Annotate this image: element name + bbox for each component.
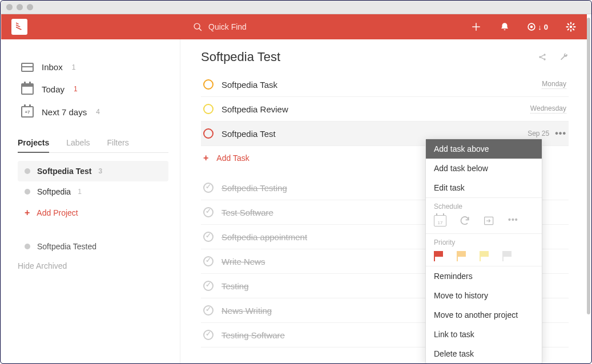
task-checkbox[interactable] xyxy=(203,256,214,266)
menu-priority-label: Priority xyxy=(426,234,542,249)
menu-move-project[interactable]: Move to another project xyxy=(426,305,542,325)
svg-point-0 xyxy=(194,23,200,29)
priority-1-flag[interactable] xyxy=(434,251,444,259)
priority-2-flag[interactable] xyxy=(457,251,467,259)
task-title[interactable]: Softpedia Review xyxy=(222,104,530,114)
filter-today[interactable]: Today 1 xyxy=(18,78,168,100)
project-count: 3 xyxy=(98,167,102,175)
tab-filters[interactable]: Filters xyxy=(107,134,129,152)
sidebar-tabs: Projects Labels Filters xyxy=(18,134,168,153)
task-context-menu: Add task above Add task below Edit task … xyxy=(425,139,542,364)
filter-inbox[interactable]: Inbox 1 xyxy=(18,56,168,78)
task-checkbox[interactable] xyxy=(203,128,214,139)
project-color-dot xyxy=(25,244,30,249)
scrollbar-thumb[interactable] xyxy=(587,18,590,314)
app-logo[interactable] xyxy=(11,19,27,35)
filter-count: 4 xyxy=(96,108,100,116)
tab-projects[interactable]: Projects xyxy=(18,134,49,153)
filter-next7days[interactable]: +7 Next 7 days 4 xyxy=(18,100,168,123)
menu-delete-task[interactable]: Delete task xyxy=(426,344,542,363)
wrench-icon xyxy=(559,52,569,62)
calendar-icon xyxy=(21,83,34,95)
tab-labels[interactable]: Labels xyxy=(66,134,90,152)
task-date[interactable]: Wednesday xyxy=(530,104,566,114)
svg-line-11 xyxy=(541,58,543,59)
hide-archived-button[interactable]: Hide Archived xyxy=(18,257,168,275)
svg-line-1 xyxy=(199,28,202,30)
quick-add-button[interactable] xyxy=(470,21,482,33)
task-checkbox[interactable] xyxy=(203,183,214,193)
svg-point-6 xyxy=(570,26,573,29)
filter-label: Inbox xyxy=(42,62,63,72)
task-checkbox[interactable] xyxy=(203,104,214,114)
task-more-button[interactable]: ••• xyxy=(555,128,566,139)
archived-project[interactable]: Softpedia Tested xyxy=(18,240,168,253)
filter-count: 1 xyxy=(74,85,78,93)
calendar-7-icon: +7 xyxy=(21,106,34,118)
filter-count: 1 xyxy=(72,63,76,71)
sidebar: Inbox 1 Today 1 +7 Next 7 days 4 Project… xyxy=(1,39,180,364)
task-checkbox[interactable] xyxy=(203,207,214,217)
task-title[interactable]: Softpedia Test xyxy=(222,129,527,139)
project-color-dot xyxy=(25,168,30,174)
window-zoom-dot[interactable] xyxy=(27,4,33,10)
topbar: Quick Find ↓ 0 xyxy=(1,14,587,39)
page-title: Softpedia Test xyxy=(201,50,280,64)
plus-icon xyxy=(471,22,481,32)
search-placeholder: Quick Find xyxy=(208,22,247,31)
inbox-icon xyxy=(21,63,34,72)
search-box[interactable]: Quick Find xyxy=(193,22,247,32)
project-item-softpedia[interactable]: Softpedia 1 xyxy=(18,181,168,202)
plus-icon: + xyxy=(203,153,208,163)
window-close-dot[interactable] xyxy=(6,4,13,10)
postpone-icon[interactable] xyxy=(483,215,496,227)
add-task-label: Add Task xyxy=(216,153,249,163)
task-title[interactable]: Softpedia Task xyxy=(222,80,542,90)
task-row[interactable]: Softpedia Task Monday xyxy=(201,72,569,97)
project-label: Softpedia Test xyxy=(37,167,91,176)
task-checkbox[interactable] xyxy=(203,330,214,340)
notifications-button[interactable] xyxy=(499,21,510,33)
window-minimize-dot[interactable] xyxy=(17,4,23,10)
priority-3-flag[interactable] xyxy=(480,251,490,259)
add-project-button[interactable]: + Add Project xyxy=(18,202,168,224)
task-checkbox[interactable] xyxy=(203,79,214,90)
archived-project-label: Softpedia Tested xyxy=(37,242,96,251)
karma-icon xyxy=(527,23,535,31)
menu-link-task[interactable]: Link to task xyxy=(426,325,542,344)
share-icon xyxy=(538,52,547,62)
settings-button[interactable] xyxy=(565,21,577,33)
schedule-date-button[interactable]: 17 xyxy=(434,215,446,227)
menu-move-history[interactable]: Move to history xyxy=(426,286,542,305)
schedule-more-button[interactable]: ••• xyxy=(508,215,518,227)
task-checkbox[interactable] xyxy=(203,281,214,291)
project-count: 1 xyxy=(78,188,82,196)
arrow-down-icon: ↓ xyxy=(538,23,542,31)
project-color-dot xyxy=(25,189,30,195)
project-list: Softpedia Test 3 Softpedia 1 + Add Proje… xyxy=(18,161,168,224)
menu-reminders[interactable]: Reminders xyxy=(426,266,542,286)
project-settings-button[interactable] xyxy=(559,52,569,62)
task-checkbox[interactable] xyxy=(203,305,214,316)
recurring-icon[interactable] xyxy=(459,215,470,227)
menu-schedule-label: Schedule xyxy=(426,198,542,213)
task-date[interactable]: Sep 25 xyxy=(527,130,549,138)
filter-label: Next 7 days xyxy=(42,107,87,117)
task-date[interactable]: Monday xyxy=(542,80,566,89)
bell-icon xyxy=(500,22,510,32)
task-checkbox[interactable] xyxy=(203,232,214,242)
scrollbar[interactable] xyxy=(587,18,590,352)
priority-4-flag[interactable] xyxy=(502,251,513,259)
menu-add-task-below[interactable]: Add task below xyxy=(426,159,542,178)
project-item-softpedia-test[interactable]: Softpedia Test 3 xyxy=(18,161,168,181)
share-button[interactable] xyxy=(538,52,547,62)
karma-indicator[interactable]: ↓ 0 xyxy=(527,23,548,31)
search-icon xyxy=(193,22,203,32)
menu-add-task-above[interactable]: Add task above xyxy=(426,139,542,159)
filter-label: Today xyxy=(42,84,65,94)
svg-line-10 xyxy=(541,55,543,57)
task-row[interactable]: Softpedia Review Wednesday xyxy=(201,97,569,122)
window-titlebar xyxy=(1,1,591,14)
menu-edit-task[interactable]: Edit task xyxy=(426,178,542,197)
plus-icon: + xyxy=(25,208,30,218)
